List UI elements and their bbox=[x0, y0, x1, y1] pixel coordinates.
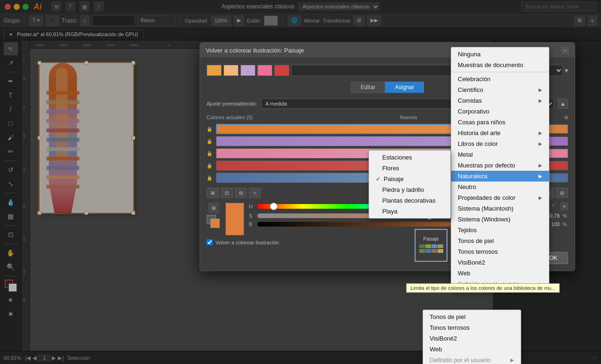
naturaleza-submenu: Estaciones Flores Paisaje Piedra y ladri… bbox=[369, 150, 451, 219]
recolor-checkbox[interactable] bbox=[207, 239, 213, 245]
menu-comidas[interactable]: Comidas ▶ bbox=[451, 95, 549, 106]
second-menu-definido-usuario[interactable]: Definido por el usuario ▶ bbox=[423, 355, 521, 364]
menu-web[interactable]: Web bbox=[451, 268, 549, 279]
arrow-libros: ▶ bbox=[539, 141, 542, 146]
grid-icon-1[interactable]: ⊞ bbox=[207, 188, 219, 198]
menu-tejidos[interactable]: Tejidos bbox=[451, 225, 549, 235]
swatch-orange[interactable] bbox=[207, 65, 222, 76]
arrow-comidas: ▶ bbox=[539, 98, 542, 103]
nuevos-label: Nuevos bbox=[400, 114, 417, 120]
menu-libros-color[interactable]: Libros de color ▶ bbox=[451, 138, 549, 149]
lock-icon-2[interactable]: 🔒 bbox=[207, 139, 213, 144]
color-editor-left: ⊞ bbox=[207, 203, 221, 228]
menu-sistema-mac[interactable]: Sistema (Macintosh) bbox=[451, 203, 549, 214]
menu-icon[interactable]: ≡ bbox=[564, 114, 568, 121]
tooltip: Limita el tipo de colores a los colores … bbox=[406, 283, 560, 293]
menu-cientifico[interactable]: Científico ▶ bbox=[451, 84, 549, 95]
second-menu-web[interactable]: Web bbox=[423, 344, 521, 355]
second-color-library-menu: Tonos de piel Tonos terrosos VisiBoné2 W… bbox=[423, 310, 521, 364]
dialog-title-actions: − bbox=[562, 46, 569, 54]
menu-corporativo[interactable]: Corporativo bbox=[451, 106, 549, 117]
s-label: S bbox=[249, 213, 254, 219]
color-preview[interactable] bbox=[225, 203, 244, 235]
h-menu[interactable]: ≡ bbox=[561, 203, 568, 210]
arrow-muestras: ▶ bbox=[539, 163, 542, 168]
second-menu-visibone2[interactable]: VisiBoné2 bbox=[423, 333, 521, 344]
grid-icon-3[interactable]: ⊟ bbox=[235, 188, 247, 198]
second-menu-tonos-piel[interactable]: Tonos de piel bbox=[423, 311, 521, 322]
recolor-checkbox-label: Volver a colorear ilustración bbox=[216, 240, 279, 245]
submenu-playa[interactable]: Playa bbox=[369, 206, 450, 217]
layers-icon[interactable]: ⊞ bbox=[208, 203, 219, 213]
tab-asignar[interactable]: Asignar bbox=[385, 82, 424, 93]
paisaje-color-card[interactable]: Paisaje bbox=[415, 229, 447, 262]
submenu-paisaje[interactable]: Paisaje bbox=[369, 174, 450, 184]
arrow-propiedades: ▶ bbox=[539, 195, 542, 200]
menu-tonos-piel[interactable]: Tonos de piel bbox=[451, 235, 549, 246]
submenu-flores[interactable]: Flores bbox=[369, 163, 450, 174]
b-label: B bbox=[249, 221, 254, 227]
menu-celebracion[interactable]: Celebración bbox=[451, 74, 549, 84]
menu-visibone2[interactable]: VisiBoné2 bbox=[451, 257, 549, 268]
dialog-title: Volver a colorear ilustración: Paisaje bbox=[206, 47, 304, 54]
arrow-naturaleza: ▶ bbox=[539, 174, 542, 179]
menu-naturaleza[interactable]: Naturaleza ▶ bbox=[451, 171, 549, 182]
swatch-pink[interactable] bbox=[257, 65, 272, 76]
colores-actuales-label: Colores actuales (5) bbox=[207, 114, 253, 120]
lock-icon-3[interactable]: 🔒 bbox=[207, 151, 213, 156]
tooltip-text: Limita el tipo de colores a los colores … bbox=[410, 285, 555, 291]
menu-sistema-win[interactable]: Sistema (Windows) bbox=[451, 214, 549, 225]
layout-icon-3[interactable]: ⊟ bbox=[556, 188, 568, 198]
paisaje-card-label: Paisaje bbox=[424, 236, 439, 242]
dialog-overlay: Volver a colorear ilustración: Paisaje −… bbox=[0, 0, 601, 364]
paisaje-card-content bbox=[417, 243, 445, 255]
color-boxes-small bbox=[207, 215, 221, 228]
lock-icon-1[interactable]: 🔒 bbox=[207, 127, 213, 132]
b-unit: % bbox=[562, 221, 568, 227]
grid-icon-2[interactable]: ⊡ bbox=[221, 188, 233, 198]
menu-propiedades-color[interactable]: Propiedades de color ▶ bbox=[451, 192, 549, 203]
swatch-red[interactable] bbox=[274, 65, 289, 76]
tab-editar[interactable]: Editar bbox=[351, 82, 385, 93]
menu-neutro[interactable]: Neutro bbox=[451, 182, 549, 192]
expand-icon[interactable]: ⤡ bbox=[249, 188, 261, 198]
menu-cosas-ninos[interactable]: Cosas para niños bbox=[451, 117, 549, 128]
menu-muestras-documento[interactable]: Muestras de documento bbox=[451, 60, 549, 70]
menu-historia-arte[interactable]: Historia del arte ▶ bbox=[451, 128, 549, 138]
second-arrow-definido: ▶ bbox=[510, 357, 514, 363]
menu-metal[interactable]: Metal bbox=[451, 149, 549, 160]
h-label: H bbox=[249, 204, 254, 209]
menu-tonos-terrosos[interactable]: Tonos terrosos bbox=[451, 246, 549, 257]
submenu-estaciones[interactable]: Estaciones bbox=[369, 152, 450, 163]
submenu-piedra[interactable]: Piedra y ladrillo bbox=[369, 184, 450, 195]
color-library-menu: Ninguna Muestras de documento Celebració… bbox=[451, 47, 549, 291]
ajuste-label: Ajuste preestablecido: bbox=[207, 101, 257, 106]
swatch-lavender[interactable] bbox=[240, 65, 255, 76]
menu-sep-1 bbox=[451, 72, 549, 72]
lock-icon-5[interactable]: 🔒 bbox=[207, 175, 213, 181]
arrow-historia: ▶ bbox=[539, 130, 542, 136]
arrow-cientifico: ▶ bbox=[539, 87, 542, 92]
second-menu-tonos-terrosos[interactable]: Tonos terrosos bbox=[423, 322, 521, 333]
dialog-minimize[interactable]: − bbox=[562, 46, 569, 54]
menu-muestras-defecto[interactable]: Muestras por defecto ▶ bbox=[451, 160, 549, 171]
submenu-plantas[interactable]: Plantas decorativas bbox=[369, 195, 450, 206]
swatch-arrow[interactable]: ▾ bbox=[565, 67, 568, 74]
colors-up-btn[interactable]: ▲ bbox=[558, 99, 568, 109]
s-unit: % bbox=[562, 213, 568, 219]
swatch-peach[interactable] bbox=[223, 65, 239, 76]
h-unit: ° bbox=[552, 204, 558, 209]
lock-icon-4[interactable]: 🔒 bbox=[207, 163, 213, 168]
menu-ninguna[interactable]: Ninguna bbox=[451, 49, 549, 60]
